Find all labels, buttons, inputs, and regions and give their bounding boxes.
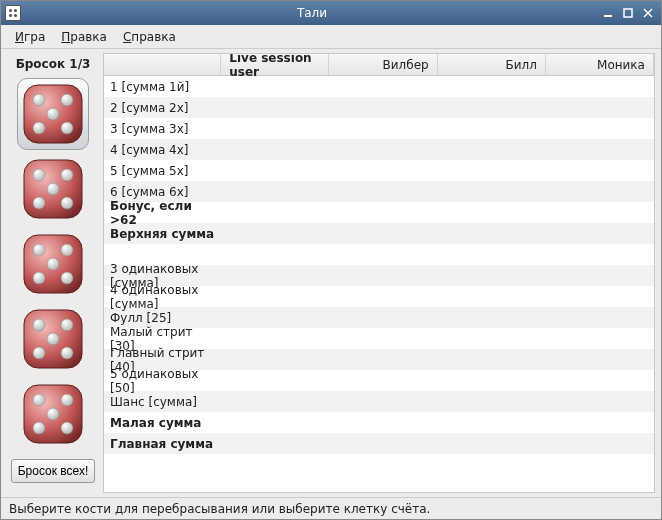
score-row: 1 [сумма 1й] bbox=[104, 76, 654, 97]
player-header-0[interactable]: Live session user bbox=[221, 54, 329, 75]
die-2[interactable] bbox=[17, 153, 89, 225]
player-header-1[interactable]: Вилбер bbox=[329, 54, 437, 75]
score-row: Шанс [сумма] bbox=[104, 391, 654, 412]
score-row: 3 [сумма 3х] bbox=[104, 118, 654, 139]
maximize-icon bbox=[623, 8, 633, 18]
menu-game[interactable]: Игра bbox=[7, 28, 53, 46]
score-table: Live session userВилберБиллМоника 1 [сум… bbox=[103, 53, 655, 493]
close-button[interactable] bbox=[639, 5, 657, 21]
window-title: Тали bbox=[27, 6, 597, 20]
dice-column: Бросок 1/3 Бросок всех! bbox=[7, 53, 99, 493]
minimize-icon bbox=[603, 8, 613, 18]
score-row: 2 [сумма 2х] bbox=[104, 97, 654, 118]
score-category[interactable]: 4 одинаковых [сумма] bbox=[104, 283, 222, 311]
score-category: Главная сумма bbox=[104, 437, 222, 451]
score-category[interactable]: 1 [сумма 1й] bbox=[104, 80, 222, 94]
score-row: Бонус, если >62 bbox=[104, 202, 654, 223]
score-row: 4 [сумма 4х] bbox=[104, 139, 654, 160]
menu-help[interactable]: Справка bbox=[115, 28, 184, 46]
score-category: Малая сумма bbox=[104, 416, 222, 430]
svg-rect-1 bbox=[624, 9, 632, 17]
dice-icon bbox=[5, 5, 21, 21]
score-header: Live session userВилберБиллМоника bbox=[104, 54, 654, 76]
score-category[interactable]: 5 [сумма 5х] bbox=[104, 164, 222, 178]
score-category[interactable]: 4 [сумма 4х] bbox=[104, 143, 222, 157]
maximize-button[interactable] bbox=[619, 5, 637, 21]
header-category[interactable] bbox=[104, 54, 221, 75]
minimize-button[interactable] bbox=[599, 5, 617, 21]
die-3[interactable] bbox=[17, 228, 89, 300]
score-category: Бонус, если >62 bbox=[104, 199, 222, 227]
score-body: 1 [сумма 1й]2 [сумма 2х]3 [сумма 3х]4 [с… bbox=[104, 76, 654, 492]
score-category: Верхняя сумма bbox=[104, 227, 222, 241]
die-4[interactable] bbox=[17, 303, 89, 375]
player-header-3[interactable]: Моника bbox=[546, 54, 654, 75]
throw-counter: Бросок 1/3 bbox=[7, 53, 99, 75]
statusbar: Выберите кости для перебрасывания или вы… bbox=[1, 497, 661, 519]
score-row: Главная сумма bbox=[104, 433, 654, 454]
score-row: 5 [сумма 5х] bbox=[104, 160, 654, 181]
die-1[interactable] bbox=[17, 78, 89, 150]
menubar: Игра Правка Справка bbox=[1, 25, 661, 49]
score-category[interactable]: Фулл [25] bbox=[104, 311, 222, 325]
score-category[interactable]: 5 одинаковых [50] bbox=[104, 367, 222, 395]
score-row: Малая сумма bbox=[104, 412, 654, 433]
score-category[interactable]: 6 [сумма 6х] bbox=[104, 185, 222, 199]
roll-all-button[interactable]: Бросок всех! bbox=[11, 459, 96, 483]
player-header-2[interactable]: Билл bbox=[438, 54, 546, 75]
score-category[interactable]: Шанс [сумма] bbox=[104, 395, 222, 409]
score-row: Верхняя сумма bbox=[104, 223, 654, 244]
die-5[interactable] bbox=[17, 378, 89, 450]
close-icon bbox=[643, 8, 653, 18]
score-category[interactable]: 3 [сумма 3х] bbox=[104, 122, 222, 136]
score-row: 4 одинаковых [сумма] bbox=[104, 286, 654, 307]
status-text: Выберите кости для перебрасывания или вы… bbox=[9, 502, 430, 516]
score-row: 5 одинаковых [50] bbox=[104, 370, 654, 391]
content: Бросок 1/3 Бросок всех! Live session use… bbox=[1, 49, 661, 497]
score-category[interactable]: 2 [сумма 2х] bbox=[104, 101, 222, 115]
titlebar: Тали bbox=[1, 1, 661, 25]
menu-settings[interactable]: Правка bbox=[53, 28, 115, 46]
